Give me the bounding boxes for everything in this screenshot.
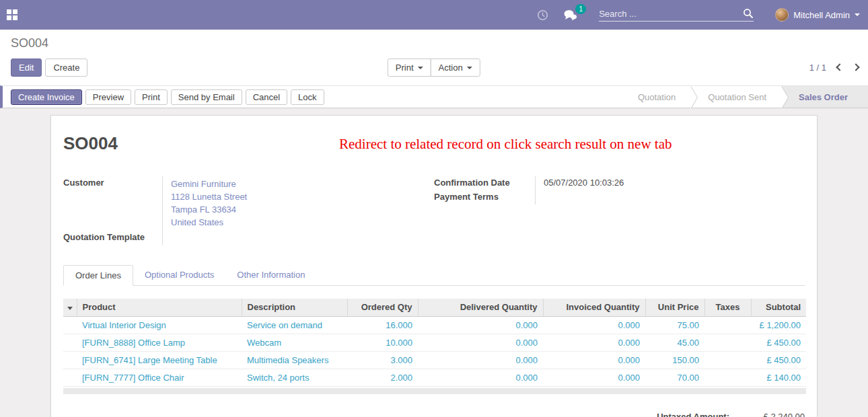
table-row[interactable]: [FURN_8888] Office Lamp Webcam 10.000 0.… [63, 334, 806, 351]
col-unit-price[interactable]: Unit Price [645, 299, 704, 316]
send-by-email-button[interactable]: Send by Email [171, 89, 242, 105]
sort-caret-icon[interactable] [67, 307, 73, 310]
user-name: Mitchell Admin [793, 10, 850, 20]
messages-icon[interactable]: 1 [563, 9, 577, 21]
status-steps: Quotation Quotation Sent Sales Order [620, 86, 868, 108]
col-ordered-qty[interactable]: Ordered Qty [347, 299, 418, 316]
create-invoice-button[interactable]: Create Invoice [11, 89, 82, 105]
chevron-down-icon [467, 67, 472, 69]
preview-button[interactable]: Preview [85, 89, 131, 105]
search-input[interactable] [599, 9, 743, 19]
notebook-tabs: Order Lines Optional Products Other Info… [63, 265, 805, 286]
chevron-down-icon [855, 13, 860, 16]
apps-menu-icon[interactable] [7, 9, 17, 20]
customer-label: Customer [63, 176, 162, 231]
tab-optional-products[interactable]: Optional Products [133, 265, 225, 285]
tab-other-information[interactable]: Other Information [225, 265, 316, 285]
payment-terms-label: Payment Terms [434, 190, 535, 204]
user-menu[interactable]: Mitchell Admin [775, 8, 860, 22]
activities-clock-icon[interactable] [537, 9, 548, 21]
step-quotation-sent[interactable]: Quotation Sent [690, 86, 781, 108]
confirmation-date-label: Confirmation Date [434, 176, 535, 190]
col-delivered-quantity[interactable]: Delivered Quantity [418, 299, 543, 316]
print-dropdown-button[interactable]: Print [388, 59, 431, 77]
untaxed-amount-value: £ 2,240.00 [729, 412, 805, 417]
user-avatar [775, 8, 789, 22]
table-row[interactable]: [FURN_6741] Large Meeting Table Multimed… [63, 351, 806, 369]
cancel-button[interactable]: Cancel [246, 89, 287, 105]
edit-button[interactable]: Edit [11, 59, 42, 77]
col-product[interactable]: Product [77, 299, 242, 316]
create-button[interactable]: Create [45, 59, 87, 77]
col-taxes[interactable]: Taxes [704, 299, 751, 316]
messages-count-badge: 1 [575, 4, 586, 14]
quotation-template-value[interactable] [162, 231, 434, 245]
table-footer-strip [63, 388, 806, 394]
table-row[interactable]: Virtual Interior Design Service on deman… [63, 316, 806, 334]
quotation-template-label: Quotation Template [63, 231, 162, 245]
col-subtotal[interactable]: Subtotal [751, 299, 806, 316]
top-navbar: 1 Mitchell Admin [0, 0, 868, 30]
col-invoiced-quantity[interactable]: Invoiced Quantity [543, 299, 645, 316]
control-panel: SO004 Edit Create Print Action 1 / 1 [0, 30, 868, 85]
breadcrumb[interactable]: SO004 [11, 36, 868, 50]
table-row[interactable]: [FURN_7777] Office Chair Switch, 24 port… [63, 369, 806, 386]
chevron-down-icon [418, 67, 423, 69]
customer-value[interactable]: Gemini Furniture 1128 Lunetta Street Tam… [162, 176, 434, 231]
global-search [599, 8, 754, 22]
col-description[interactable]: Description [242, 299, 347, 316]
pager-previous-icon[interactable] [836, 63, 843, 71]
payment-terms-value[interactable] [535, 190, 793, 204]
action-dropdown-button[interactable]: Action [431, 59, 480, 77]
order-lines-table: Product Description Ordered Qty Delivere… [63, 299, 806, 387]
red-annotation-text: Redirect to related record on click sear… [339, 136, 672, 153]
table-header-row: Product Description Ordered Qty Delivere… [63, 299, 806, 316]
sales-order-sheet: SO004 Redirect to related record on clic… [50, 115, 818, 417]
step-sales-order[interactable]: Sales Order [781, 86, 868, 108]
confirmation-date-value[interactable]: 05/07/2020 10:03:26 [535, 176, 793, 190]
form-view-background: SO004 Redirect to related record on clic… [0, 115, 868, 417]
search-icon[interactable] [743, 8, 754, 19]
tab-order-lines[interactable]: Order Lines [63, 265, 133, 286]
step-quotation[interactable]: Quotation [620, 86, 690, 108]
print-button[interactable]: Print [135, 89, 168, 105]
pager-next-icon[interactable] [852, 63, 859, 71]
order-totals: Untaxed Amount: £ 2,240.00 [63, 412, 805, 417]
untaxed-amount-label: Untaxed Amount: [657, 412, 729, 417]
lock-button[interactable]: Lock [291, 89, 324, 105]
form-statusbar: Create Invoice Preview Print Send by Ema… [0, 85, 868, 108]
pager-value: 1 / 1 [809, 63, 826, 73]
